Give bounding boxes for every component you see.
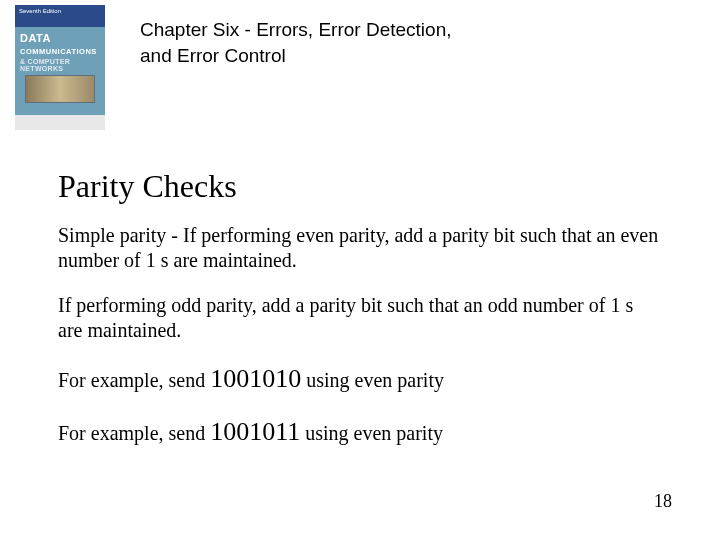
chapter-title: Chapter Six - Errors, Error Detection, a…: [140, 17, 480, 68]
example-1: For example, send 1001010 using even par…: [58, 363, 660, 396]
book-cover-image: Seventh Edition DATA COMMUNICATIONS & CO…: [15, 5, 105, 130]
cover-photo-placeholder: [25, 75, 95, 103]
slide-title: Parity Checks: [58, 168, 660, 205]
slide-header: Seventh Edition DATA COMMUNICATIONS & CO…: [15, 5, 480, 130]
cover-title-line2: COMMUNICATIONS: [20, 47, 97, 56]
slide-content: Parity Checks Simple parity - If perform…: [58, 168, 660, 468]
example-2-number: 1001011: [210, 417, 300, 446]
cover-subtitle: & COMPUTER NETWORKS: [20, 58, 100, 73]
example-2: For example, send 1001011 using even par…: [58, 416, 660, 449]
example-2-suffix: using even parity: [300, 422, 443, 444]
cover-title-line1: DATA: [20, 32, 51, 44]
example-2-prefix: For example, send: [58, 422, 210, 444]
paragraph-1: Simple parity - If performing even parit…: [58, 223, 660, 273]
example-1-prefix: For example, send: [58, 369, 210, 391]
example-1-suffix: using even parity: [301, 369, 444, 391]
cover-title: DATA COMMUNICATIONS & COMPUTER NETWORKS: [20, 33, 100, 73]
paragraph-2: If performing odd parity, add a parity b…: [58, 293, 660, 343]
cover-edition-label: Seventh Edition: [19, 8, 61, 14]
page-number: 18: [654, 491, 672, 512]
example-1-number: 1001010: [210, 364, 301, 393]
